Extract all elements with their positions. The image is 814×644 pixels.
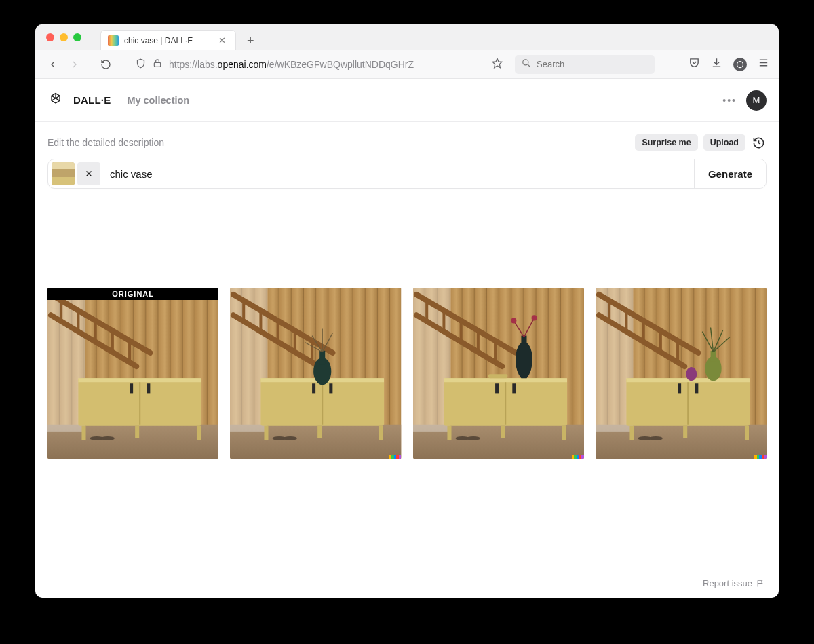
svg-rect-40	[488, 374, 507, 378]
lock-icon	[153, 58, 162, 70]
new-tab-button[interactable]: +	[243, 33, 258, 50]
pocket-icon[interactable]	[689, 57, 700, 71]
browser-tabs: chic vase | DALL·E ✕ +	[100, 24, 258, 50]
url-text: https://labs.openai.com/e/wKBzeGFwBQwpll…	[169, 59, 414, 70]
my-collection-link[interactable]: My collection	[127, 95, 189, 106]
user-avatar[interactable]: M	[746, 90, 767, 111]
svg-rect-6	[52, 162, 75, 169]
search-placeholder: Search	[537, 59, 564, 69]
original-badge: ORIGINAL	[47, 288, 218, 300]
svg-point-38	[511, 318, 516, 323]
nav-reload-button[interactable]	[98, 56, 114, 73]
result-image-3[interactable]	[596, 288, 767, 459]
browser-search-input[interactable]: Search	[515, 55, 655, 74]
toolbar-right-icons	[689, 57, 769, 71]
watermark-icon	[754, 455, 767, 459]
reference-image-thumbnail[interactable]	[52, 162, 75, 185]
svg-point-47	[686, 367, 697, 381]
tab-favicon-icon	[108, 35, 119, 46]
history-icon[interactable]	[751, 135, 767, 151]
url-field[interactable]: https://labs.openai.com/e/wKBzeGFwBQwpll…	[136, 58, 414, 71]
nav-back-button[interactable]	[45, 56, 61, 73]
prompt-hint: Edit the detailed description	[47, 137, 164, 148]
svg-rect-0	[154, 62, 160, 67]
app-header: DALL·E My collection ••• M	[35, 79, 779, 122]
prompt-input[interactable]	[100, 168, 694, 180]
openai-logo-icon	[47, 91, 64, 110]
more-icon[interactable]: •••	[722, 95, 737, 106]
bookmark-icon[interactable]	[492, 58, 503, 71]
result-image-2[interactable]	[413, 288, 584, 459]
results-gallery: ORIGINAL	[47, 288, 767, 459]
svg-rect-30	[319, 351, 325, 364]
result-image-1[interactable]	[230, 288, 401, 459]
search-icon	[522, 58, 531, 70]
surprise-me-button[interactable]: Surprise me	[635, 134, 697, 151]
svg-point-39	[531, 315, 537, 320]
prompt-input-bar: Generate	[47, 159, 767, 189]
browser-tab[interactable]: chic vase | DALL·E ✕	[100, 30, 236, 50]
tab-close-icon[interactable]: ✕	[216, 35, 229, 45]
brand-name: DALL·E	[73, 94, 111, 106]
window-titlebar: chic vase | DALL·E ✕ +	[35, 24, 779, 50]
upload-button[interactable]: Upload	[703, 134, 745, 151]
watermark-icon	[389, 455, 402, 459]
tab-title: chic vase | DALL·E	[124, 36, 193, 45]
generate-button[interactable]: Generate	[694, 159, 766, 188]
shield-icon	[136, 58, 146, 71]
window-minimize-button[interactable]	[60, 33, 68, 41]
svg-point-3	[737, 61, 743, 67]
result-image-original[interactable]: ORIGINAL	[47, 288, 218, 459]
traffic-lights	[46, 33, 81, 41]
report-issue-link[interactable]: Report issue	[703, 578, 765, 588]
window-maximize-button[interactable]	[73, 33, 81, 41]
prompt-header-row: Edit the detailed description Surprise m…	[47, 134, 767, 151]
url-toolbar: https://labs.openai.com/e/wKBzeGFwBQwpll…	[35, 50, 779, 79]
browser-window: chic vase | DALL·E ✕ + https://labs.open…	[35, 24, 779, 598]
clear-image-button[interactable]	[77, 162, 100, 185]
footer: Report issue	[47, 570, 767, 598]
nav-forward-button[interactable]	[66, 56, 83, 73]
main-content: Edit the detailed description Surprise m…	[35, 122, 779, 598]
flag-icon	[756, 579, 765, 588]
watermark-icon	[572, 455, 584, 459]
svg-rect-5	[52, 177, 75, 185]
browser-profile-icon[interactable]	[733, 58, 747, 71]
window-close-button[interactable]	[46, 33, 54, 41]
download-icon[interactable]	[711, 57, 722, 71]
svg-rect-42	[710, 351, 716, 362]
hamburger-icon[interactable]	[758, 57, 769, 71]
svg-point-2	[523, 60, 528, 65]
svg-marker-1	[492, 58, 501, 67]
